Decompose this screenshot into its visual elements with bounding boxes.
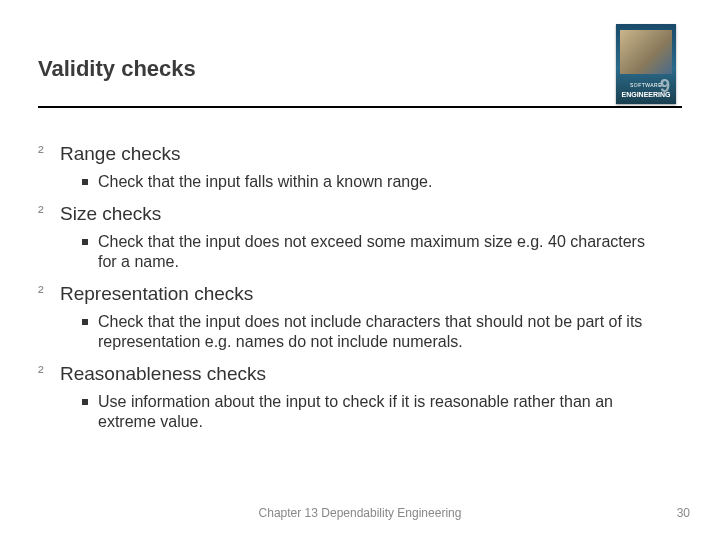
bullet-heading: Range checks (60, 142, 180, 166)
diamond-bullet-icon: ² (38, 362, 52, 384)
book-cover-photo (620, 30, 672, 74)
bullet-subtext: Check that the input does not include ch… (98, 312, 658, 352)
bullet-level2: Check that the input falls within a know… (82, 172, 682, 192)
slide: SOFTWARE ENGINEERING 9 Validity checks ²… (0, 0, 720, 540)
bullet-subtext: Check that the input does not exceed som… (98, 232, 658, 272)
bullet-level1: ² Range checks (38, 142, 682, 166)
title-underline (38, 106, 682, 108)
square-bullet-icon (82, 179, 88, 185)
book-cover-thumbnail: SOFTWARE ENGINEERING 9 (616, 24, 676, 104)
footer-page-number: 30 (677, 506, 690, 520)
diamond-bullet-icon: ² (38, 282, 52, 304)
bullet-subtext: Check that the input falls within a know… (98, 172, 432, 192)
bullet-subtext: Use information about the input to check… (98, 392, 658, 432)
bullet-level2: Check that the input does not include ch… (82, 312, 682, 352)
bullet-heading: Representation checks (60, 282, 253, 306)
square-bullet-icon (82, 239, 88, 245)
bullet-heading: Reasonableness checks (60, 362, 266, 386)
bullet-level2: Check that the input does not exceed som… (82, 232, 682, 272)
bullet-level1: ² Size checks (38, 202, 682, 226)
bullet-level2: Use information about the input to check… (82, 392, 682, 432)
diamond-bullet-icon: ² (38, 142, 52, 164)
footer-chapter-label: Chapter 13 Dependability Engineering (0, 506, 720, 520)
content-area: ² Range checks Check that the input fall… (38, 136, 682, 480)
square-bullet-icon (82, 319, 88, 325)
bullet-level1: ² Reasonableness checks (38, 362, 682, 386)
slide-title: Validity checks (38, 56, 610, 82)
bullet-heading: Size checks (60, 202, 161, 226)
square-bullet-icon (82, 399, 88, 405)
diamond-bullet-icon: ² (38, 202, 52, 224)
book-edition-number: 9 (660, 76, 670, 97)
bullet-level1: ² Representation checks (38, 282, 682, 306)
title-area: Validity checks (38, 56, 610, 82)
